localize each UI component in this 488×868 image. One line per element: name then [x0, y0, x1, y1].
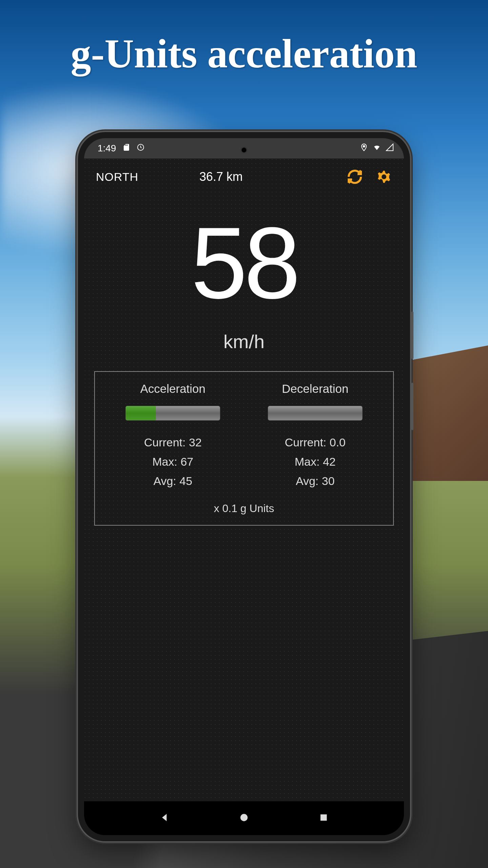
wifi-icon [373, 143, 381, 154]
decel-avg: Avg: 30 [244, 474, 386, 488]
compass-direction: NORTH [96, 170, 138, 184]
speed-unit: km/h [84, 331, 404, 353]
accel-current: Current: 32 [102, 436, 244, 449]
accel-progress-bar [125, 406, 220, 421]
power-button [411, 383, 413, 430]
accel-max: Max: 67 [102, 455, 244, 468]
refresh-icon[interactable] [347, 169, 363, 185]
decel-current: Current: 0.0 [244, 436, 386, 449]
acceleration-panel: Acceleration Current: 32 Max: 67 Avg: 45 [94, 371, 394, 526]
deceleration-column: Deceleration Current: 0.0 Max: 42 Avg: 3… [244, 382, 386, 494]
page-title: g-Units acceleration [0, 30, 488, 77]
svg-point-2 [240, 814, 247, 821]
back-button[interactable] [159, 812, 170, 824]
distance-value: 36.7 km [199, 170, 347, 184]
sync-status-icon [137, 143, 145, 154]
camera-notch [241, 147, 247, 153]
app-header: NORTH 36.7 km [84, 158, 404, 195]
accel-heading: Acceleration [102, 382, 244, 396]
decel-heading: Deceleration [244, 382, 386, 396]
recent-apps-button[interactable] [318, 812, 329, 824]
sd-card-icon [122, 143, 130, 154]
units-footer: x 0.1 g Units [102, 502, 386, 515]
svg-rect-3 [320, 814, 327, 821]
accel-progress-fill [126, 406, 156, 420]
accel-avg: Avg: 45 [102, 474, 244, 488]
status-time: 1:49 [98, 143, 116, 154]
phone-screen: 1:49 NORTH [84, 138, 404, 835]
home-button[interactable] [239, 812, 249, 824]
location-icon [360, 143, 368, 154]
decel-progress-bar [268, 406, 363, 421]
speed-value: 58 [84, 212, 404, 314]
svg-point-1 [363, 146, 365, 147]
volume-button [411, 312, 413, 359]
nav-bar [84, 801, 404, 835]
speed-display: 58 km/h [84, 212, 404, 353]
gear-icon[interactable] [376, 169, 392, 185]
phone-frame: 1:49 NORTH [78, 132, 410, 841]
decel-max: Max: 42 [244, 455, 386, 468]
signal-icon [386, 143, 394, 154]
acceleration-column: Acceleration Current: 32 Max: 67 Avg: 45 [102, 382, 244, 494]
